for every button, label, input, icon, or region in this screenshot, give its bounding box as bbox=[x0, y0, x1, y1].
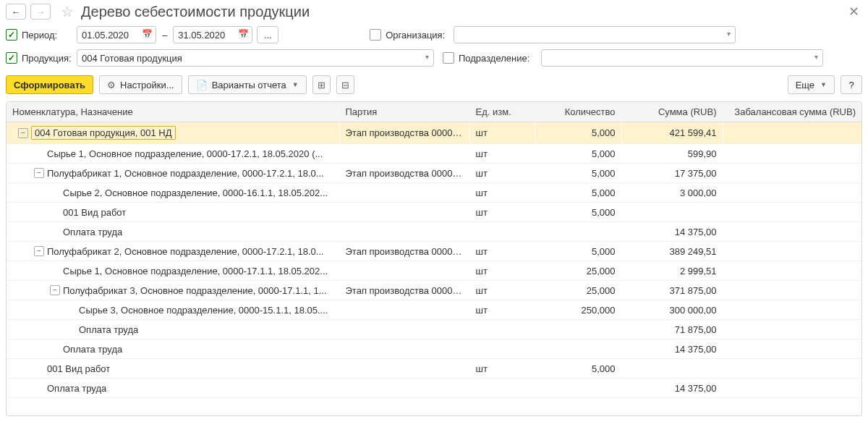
nav-back-button[interactable]: ← bbox=[6, 4, 26, 20]
favorite-star-icon[interactable]: ☆ bbox=[61, 3, 74, 20]
help-button[interactable]: ? bbox=[841, 75, 862, 94]
table-row[interactable]: Оплата труда14 375,00 bbox=[7, 379, 861, 398]
date-to-input[interactable]: 31.05.2020 📅 bbox=[173, 26, 252, 43]
chevron-down-icon: ▼ bbox=[292, 81, 299, 88]
date-from-value: 01.05.2020 bbox=[82, 30, 129, 41]
expand-tree-icon: ⊞ bbox=[318, 80, 326, 90]
date-range-dash: – bbox=[162, 30, 167, 41]
nomenclature-text: Сырье 1, Основное подразделение, 0000-17… bbox=[63, 266, 328, 277]
department-select[interactable]: ▾ bbox=[541, 49, 823, 67]
cell-part: Этап производства 0000-16.... bbox=[339, 164, 469, 183]
nomenclature-text: 001 Вид работ bbox=[63, 207, 126, 218]
dots-label: ... bbox=[264, 30, 272, 41]
cell-sum bbox=[621, 203, 723, 222]
cell-part bbox=[339, 183, 469, 203]
tree-expander[interactable]: − bbox=[50, 285, 60, 295]
cell-sum: 300 000,00 bbox=[621, 300, 723, 320]
calendar-icon[interactable]: 📅 bbox=[142, 29, 153, 39]
cell-off bbox=[723, 144, 861, 164]
cell-sum: 14 375,00 bbox=[621, 339, 723, 359]
chevron-down-icon: ▾ bbox=[727, 30, 731, 38]
generate-label: Сформировать bbox=[14, 80, 85, 90]
department-checkbox[interactable] bbox=[443, 52, 454, 64]
table-row[interactable]: 001 Вид работшт5,000 bbox=[7, 359, 861, 379]
nomenclature-text: Полуфабрикат 3, Основное подразделение, … bbox=[63, 285, 327, 296]
cell-unit bbox=[469, 339, 535, 359]
collapse-all-button[interactable]: ⊟ bbox=[336, 75, 354, 94]
generate-button[interactable]: Сформировать bbox=[6, 75, 93, 94]
arrow-right-icon: → bbox=[36, 7, 46, 17]
expand-all-button[interactable]: ⊞ bbox=[312, 75, 331, 94]
cell-sum: 14 375,00 bbox=[621, 222, 723, 242]
cell-part bbox=[339, 261, 469, 281]
tree-expander[interactable]: − bbox=[34, 168, 44, 178]
table-row[interactable]: Оплата труда71 875,00 bbox=[7, 320, 861, 339]
help-label: ? bbox=[848, 80, 854, 90]
organization-select[interactable]: ▾ bbox=[454, 26, 736, 43]
cell-unit: шт bbox=[469, 359, 535, 379]
cell-off bbox=[723, 281, 861, 300]
product-checkbox[interactable]: ✓ bbox=[6, 52, 17, 64]
calendar-icon[interactable]: 📅 bbox=[238, 29, 249, 39]
report-variants-button[interactable]: 📄 Варианты отчета ▼ bbox=[188, 75, 307, 94]
collapse-tree-icon: ⊟ bbox=[341, 80, 349, 90]
gear-icon: ⚙ bbox=[107, 80, 116, 90]
col-nomenclature[interactable]: Номенклатура, Назначение bbox=[7, 102, 339, 122]
cell-unit: шт bbox=[469, 122, 535, 144]
organization-checkbox[interactable] bbox=[370, 29, 381, 41]
col-quantity[interactable]: Количество bbox=[535, 102, 621, 122]
organization-label: Организация: bbox=[386, 30, 449, 41]
cell-qty bbox=[535, 222, 621, 242]
col-unit[interactable]: Ед. изм. bbox=[469, 102, 535, 122]
nomenclature-text: 001 Вид работ bbox=[47, 363, 110, 374]
cell-unit bbox=[469, 320, 535, 339]
cell-off bbox=[723, 183, 861, 203]
cell-qty bbox=[535, 320, 621, 339]
table-row[interactable]: −Полуфабрикат 2, Основное подразделение,… bbox=[7, 242, 861, 261]
cell-part bbox=[339, 300, 469, 320]
cell-sum: 71 875,00 bbox=[621, 320, 723, 339]
period-label: Период: bbox=[22, 30, 72, 41]
nomenclature-text: Сырье 1, Основное подразделение, 0000-17… bbox=[47, 148, 323, 159]
col-batch[interactable]: Партия bbox=[339, 102, 469, 122]
more-menu-button[interactable]: Еще ▼ bbox=[788, 75, 835, 94]
table-row[interactable]: Оплата труда14 375,00 bbox=[7, 222, 861, 242]
period-checkbox[interactable]: ✓ bbox=[6, 29, 17, 41]
cell-part bbox=[339, 203, 469, 222]
report-icon: 📄 bbox=[196, 80, 208, 90]
table-row[interactable]: Сырье 2, Основное подразделение, 0000-16… bbox=[7, 183, 861, 203]
product-label: Продукция: bbox=[22, 53, 72, 64]
col-offbalance[interactable]: Забалансовая сумма (RUB) bbox=[723, 102, 861, 122]
nav-forward-button[interactable]: → bbox=[30, 4, 51, 20]
table-row[interactable]: 001 Вид работшт5,000 bbox=[7, 203, 861, 222]
table-row[interactable]: −004 Готовая продукция, 001 НДЭтап произ… bbox=[7, 122, 861, 144]
product-select[interactable]: 004 Готовая продукция ▾ bbox=[77, 49, 434, 67]
table-header-row: Номенклатура, Назначение Партия Ед. изм.… bbox=[7, 102, 861, 122]
settings-label: Настройки... bbox=[120, 80, 174, 90]
cell-sum: 3 000,00 bbox=[621, 183, 723, 203]
cell-part bbox=[339, 379, 469, 398]
cell-unit: шт bbox=[469, 144, 535, 164]
cell-part bbox=[339, 222, 469, 242]
date-from-input[interactable]: 01.05.2020 📅 bbox=[77, 26, 156, 43]
tree-expander[interactable]: − bbox=[18, 128, 28, 138]
cell-unit: шт bbox=[469, 183, 535, 203]
close-icon[interactable]: ✕ bbox=[846, 4, 862, 20]
report-table: Номенклатура, Назначение Партия Ед. изм.… bbox=[6, 101, 862, 416]
settings-button[interactable]: ⚙ Настройки... bbox=[99, 75, 182, 94]
period-picker-button[interactable]: ... bbox=[257, 26, 278, 43]
tree-expander[interactable]: − bbox=[34, 246, 44, 256]
table-row[interactable]: Сырье 1, Основное подразделение, 0000-17… bbox=[7, 144, 861, 164]
table-row[interactable]: Сырье 3, Основное подразделение, 0000-15… bbox=[7, 300, 861, 320]
col-sum[interactable]: Сумма (RUB) bbox=[621, 102, 723, 122]
table-row[interactable]: −Полуфабрикат 3, Основное подразделение,… bbox=[7, 281, 861, 300]
more-label: Еще bbox=[796, 80, 814, 90]
table-row[interactable]: Сырье 1, Основное подразделение, 0000-17… bbox=[7, 261, 861, 281]
cell-unit: шт bbox=[469, 164, 535, 183]
cell-qty: 5,000 bbox=[535, 144, 621, 164]
chevron-down-icon: ▾ bbox=[814, 53, 818, 61]
nomenclature-text: 004 Готовая продукция, 001 НД bbox=[31, 126, 176, 140]
arrow-left-icon: ← bbox=[12, 7, 21, 17]
table-row[interactable]: Оплата труда14 375,00 bbox=[7, 339, 861, 359]
table-row[interactable]: −Полуфабрикат 1, Основное подразделение,… bbox=[7, 164, 861, 183]
